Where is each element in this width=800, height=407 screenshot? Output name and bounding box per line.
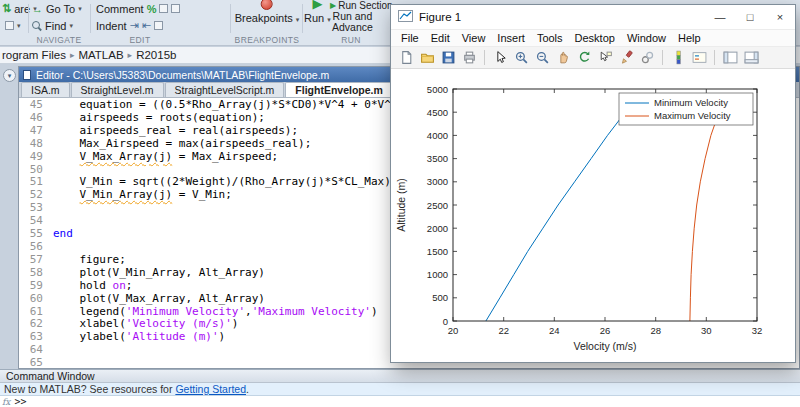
line-number: 46 (19, 112, 53, 125)
rotate-icon[interactable] (574, 48, 594, 68)
figure-icon (398, 8, 413, 26)
command-prompt[interactable]: fx >> (0, 396, 800, 407)
toolbar-separator (662, 50, 663, 65)
menu-file[interactable]: File (395, 32, 425, 44)
breadcrumb-arrow-icon: ▸ (128, 50, 133, 60)
svg-text:2500: 2500 (427, 200, 448, 211)
svg-text:3500: 3500 (427, 153, 448, 164)
svg-text:30: 30 (701, 325, 712, 336)
comment-button[interactable]: Comment % (94, 1, 182, 16)
line-number: 57 (19, 254, 53, 267)
line-number: 47 (19, 125, 53, 138)
goto-label: Go To (46, 3, 75, 15)
section-label-edit: EDIT (94, 35, 186, 45)
run-section-icon: ▶ (330, 2, 336, 10)
save-icon[interactable] (438, 48, 458, 68)
ribbon-group-breakpoints: Breakpoints ▾ BREAKPOINTS (232, 0, 302, 46)
chevron-down-icon: ▾ (78, 5, 82, 13)
zoom-in-icon[interactable] (511, 48, 531, 68)
panel-collapse-button[interactable]: ▾ (3, 69, 16, 82)
close-button[interactable]: × (765, 5, 795, 30)
toolbar-separator (714, 50, 715, 65)
command-window-notice: New to MATLAB? See resources for Getting… (0, 383, 800, 396)
run-button[interactable]: ▶ Run ▾ (304, 0, 331, 25)
breakpoint-icon (261, 0, 273, 10)
indent-right-icon: ⇥ (130, 19, 139, 32)
menu-edit[interactable]: Edit (425, 32, 456, 44)
goto-button[interactable]: → Go To ▾ (30, 1, 84, 16)
smart-indent-icon (154, 21, 163, 30)
svg-text:0: 0 (443, 316, 448, 327)
indent-button[interactable]: Indent ⇥ ⇤ (94, 18, 165, 33)
editor-tab[interactable]: StraightLevel.m (71, 82, 164, 97)
legend-entry: Maximum Velocity (654, 110, 731, 121)
svg-text:1500: 1500 (427, 246, 448, 257)
find-label: Find (45, 20, 66, 32)
command-window-header[interactable]: Command Window (0, 369, 800, 383)
pan-icon[interactable] (553, 48, 573, 68)
breakpoints-label: Breakpoints (235, 12, 293, 24)
breadcrumb-segment[interactable]: R2015b (136, 49, 176, 61)
plot-area[interactable]: 2022242628303205001000150020002500300035… (391, 69, 795, 362)
series-line (690, 101, 726, 321)
colorbar-icon[interactable] (668, 48, 688, 68)
legend-entry: Minimum Velocity (654, 97, 728, 108)
maximize-button[interactable]: □ (735, 5, 765, 30)
menu-insert[interactable]: Insert (491, 32, 531, 44)
breadcrumb-segment[interactable]: MATLAB (78, 49, 123, 61)
document-icon (23, 70, 31, 80)
menu-desktop[interactable]: Desktop (569, 32, 621, 44)
zoom-out-icon[interactable] (532, 48, 552, 68)
svg-text:2000: 2000 (427, 223, 448, 234)
comment-block-icon (159, 4, 168, 13)
prompt-chevrons: >> (14, 396, 26, 407)
editor-tab[interactable]: ISA.m (21, 82, 70, 97)
menu-tools[interactable]: Tools (531, 32, 569, 44)
print-icon[interactable] (459, 48, 479, 68)
minimize-button[interactable]: — (705, 5, 735, 30)
plot-tools-off-icon[interactable] (720, 48, 740, 68)
section-label-breakpoints: BREAKPOINTS (232, 35, 302, 45)
figure-window: Figure 1 —□× FileEditViewInsertToolsDesk… (390, 4, 796, 363)
print-button[interactable]: ▾ (3, 18, 23, 33)
series-line (486, 101, 633, 321)
editor-tab[interactable]: FlightEnvelope.m (285, 82, 393, 97)
legend-icon[interactable] (689, 48, 709, 68)
new-icon[interactable] (396, 48, 416, 68)
menu-help[interactable]: Help (672, 32, 707, 44)
find-button[interactable]: Find ▾ (30, 18, 75, 33)
chevron-down-icon: ▾ (296, 16, 300, 23)
print-icon (5, 21, 14, 30)
plot-tools-on-icon[interactable] (741, 48, 761, 68)
command-window-title: Command Window (6, 370, 95, 382)
breakpoints-button[interactable]: Breakpoints ▾ (235, 0, 300, 25)
line-number: 60 (19, 293, 53, 306)
line-number: 58 (19, 267, 53, 280)
window-controls: —□× (705, 5, 795, 30)
brush-icon[interactable] (616, 48, 636, 68)
matlab-ide: ⇅ are ▾ ▾ → Go To ▾ Find ▾ NAVIGATE (0, 0, 800, 407)
link-icon[interactable] (637, 48, 657, 68)
breadcrumb-segment[interactable]: rogram Files (2, 49, 66, 61)
run-and-advance-button[interactable]: Run and Advance (332, 11, 373, 33)
menu-view[interactable]: View (456, 32, 492, 44)
open-icon[interactable] (417, 48, 437, 68)
data-cursor-icon[interactable] (595, 48, 615, 68)
figure-menubar: FileEditViewInsertToolsDesktopWindowHelp (391, 30, 795, 47)
ribbon-group-navigate: → Go To ▾ Find ▾ NAVIGATE (30, 0, 88, 46)
editor-tab[interactable]: StraightLevelScript.m (165, 82, 285, 97)
figure-title: Figure 1 (419, 11, 699, 23)
figure-titlebar[interactable]: Figure 1 —□× (391, 5, 795, 30)
svg-text:28: 28 (650, 325, 661, 336)
ribbon-separator (90, 4, 91, 33)
uncomment-icon (171, 4, 180, 13)
search-icon (32, 21, 42, 31)
cursor-icon[interactable] (490, 48, 510, 68)
getting-started-link[interactable]: Getting Started (175, 383, 246, 395)
indent-left-icon: ⇤ (142, 19, 151, 32)
menu-window[interactable]: Window (621, 32, 672, 44)
ribbon-group-edit: Comment % Indent ⇥ ⇤ EDIT (94, 0, 186, 46)
comment-label: Comment (96, 3, 144, 15)
ribbon-separator (302, 4, 303, 33)
line-number: 48 (19, 138, 53, 151)
